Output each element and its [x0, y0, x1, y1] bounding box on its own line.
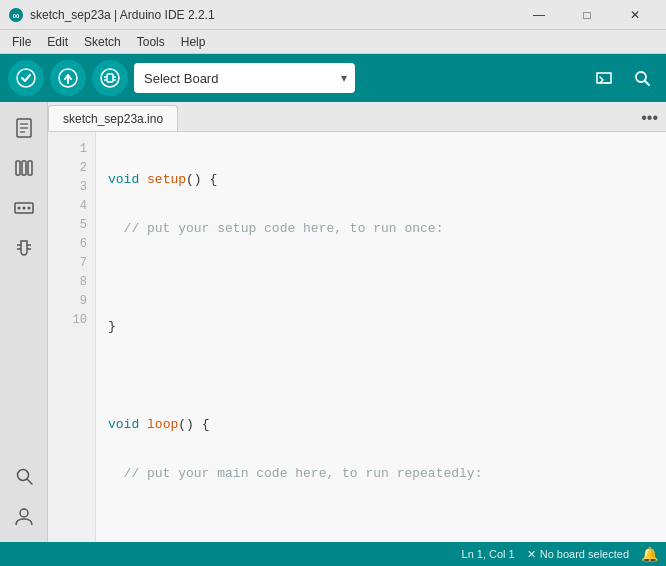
toolbar: Select Board ▾	[0, 54, 666, 102]
window-title: sketch_sep23a | Arduino IDE 2.2.1	[30, 8, 215, 22]
menu-sketch[interactable]: Sketch	[76, 33, 129, 51]
cursor-position: Ln 1, Col 1	[462, 548, 515, 560]
minimize-button[interactable]: —	[516, 0, 562, 30]
sidebar	[0, 102, 48, 542]
main-area: sketch_sep23a.ino ••• 1 2 3 4 5 6 7 8 9 …	[0, 102, 666, 542]
menu-edit[interactable]: Edit	[39, 33, 76, 51]
menu-tools[interactable]: Tools	[129, 33, 173, 51]
code-content[interactable]: void setup() { // put your setup code he…	[96, 132, 666, 542]
debug-icon	[100, 68, 120, 88]
svg-rect-6	[107, 74, 113, 82]
tab-label: sketch_sep23a.ino	[63, 112, 163, 126]
sketchbook-icon	[13, 117, 35, 139]
svg-rect-18	[16, 161, 20, 175]
code-line-8	[108, 513, 654, 532]
no-board-text: No board selected	[540, 548, 629, 560]
board-select-dropdown[interactable]: Select Board	[134, 63, 355, 93]
code-line-4: }	[108, 317, 654, 336]
line-number-6: 6	[48, 235, 95, 254]
search-sidebar-icon	[13, 465, 35, 487]
user-icon	[13, 505, 35, 527]
code-line-2: // put your setup code here, to run once…	[108, 219, 654, 238]
line-number-7: 7	[48, 254, 95, 273]
statusbar: Ln 1, Col 1 ✕ No board selected 🔔	[0, 542, 666, 566]
sidebar-item-user[interactable]	[6, 498, 42, 534]
line-number-10: 10	[48, 311, 95, 330]
sidebar-item-sketchbook[interactable]	[6, 110, 42, 146]
line-number-2: 2	[48, 159, 95, 178]
titlebar: ∞ sketch_sep23a | Arduino IDE 2.2.1 — □ …	[0, 0, 666, 30]
boards-icon	[13, 197, 35, 219]
upload-button[interactable]	[50, 60, 86, 96]
line-number-3: 3	[48, 178, 95, 197]
svg-text:∞: ∞	[12, 10, 19, 21]
sidebar-item-libraries[interactable]	[6, 150, 42, 186]
app-icon: ∞	[8, 7, 24, 23]
code-line-5	[108, 366, 654, 385]
sidebar-item-boards[interactable]	[6, 190, 42, 226]
svg-rect-20	[28, 161, 32, 175]
tabs-more-button[interactable]: •••	[641, 105, 658, 131]
board-status: ✕ No board selected	[527, 548, 629, 561]
svg-point-23	[22, 207, 25, 210]
svg-point-22	[17, 207, 20, 210]
menubar: File Edit Sketch Tools Help	[0, 30, 666, 54]
menu-file[interactable]: File	[4, 33, 39, 51]
svg-line-13	[645, 81, 649, 85]
svg-point-31	[20, 509, 28, 517]
line-numbers: 1 2 3 4 5 6 7 8 9 10	[48, 132, 96, 542]
sidebar-item-debugger[interactable]	[6, 230, 42, 266]
code-line-7: // put your main code here, to run repea…	[108, 464, 654, 483]
titlebar-left: ∞ sketch_sep23a | Arduino IDE 2.2.1	[8, 7, 215, 23]
code-editor[interactable]: 1 2 3 4 5 6 7 8 9 10 void setup() { // p…	[48, 132, 666, 542]
line-number-8: 8	[48, 273, 95, 292]
line-number-5: 5	[48, 216, 95, 235]
notification-bell-icon[interactable]: 🔔	[641, 546, 658, 562]
svg-line-30	[27, 479, 32, 484]
verify-icon	[16, 68, 36, 88]
debugger-icon	[13, 237, 35, 259]
menu-help[interactable]: Help	[173, 33, 214, 51]
upload-icon	[58, 68, 78, 88]
sidebar-item-search[interactable]	[6, 458, 42, 494]
svg-point-24	[27, 207, 30, 210]
close-button[interactable]: ✕	[612, 0, 658, 30]
svg-rect-19	[22, 161, 26, 175]
code-line-6: void loop() {	[108, 415, 654, 434]
titlebar-controls: — □ ✕	[516, 0, 658, 30]
line-number-1: 1	[48, 140, 95, 159]
editor-tabs: sketch_sep23a.ino •••	[48, 102, 666, 132]
verify-button[interactable]	[8, 60, 44, 96]
editor-area: sketch_sep23a.ino ••• 1 2 3 4 5 6 7 8 9 …	[48, 102, 666, 542]
serial-monitor-button[interactable]	[588, 62, 620, 94]
maximize-button[interactable]: □	[564, 0, 610, 30]
tab-sketch[interactable]: sketch_sep23a.ino	[48, 105, 178, 131]
no-board-icon: ✕	[527, 548, 536, 561]
code-line-3	[108, 268, 654, 287]
line-number-9: 9	[48, 292, 95, 311]
debug-button[interactable]	[92, 60, 128, 96]
svg-point-2	[17, 69, 35, 87]
serial-monitor-icon	[594, 68, 614, 88]
search-icon	[632, 68, 652, 88]
search-button[interactable]	[626, 62, 658, 94]
line-number-4: 4	[48, 197, 95, 216]
libraries-icon	[13, 157, 35, 179]
code-line-1: void setup() {	[108, 170, 654, 189]
board-selector[interactable]: Select Board ▾	[134, 63, 355, 93]
svg-point-5	[101, 69, 119, 87]
